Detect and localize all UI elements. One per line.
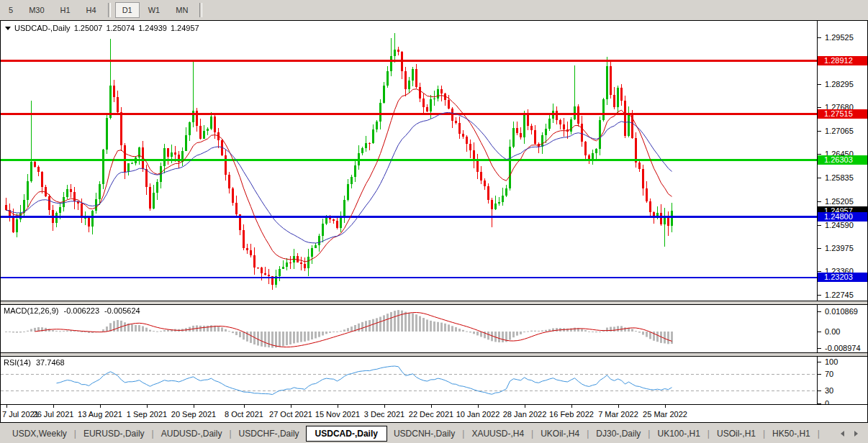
main-plot-area[interactable]: USDCAD-,Daily 1.25007 1.25074 1.24939 1.…	[1, 21, 817, 301]
date-tick-label: 20 Sep 2021	[171, 410, 216, 419]
tab-separator: |	[587, 429, 589, 439]
macd-axis[interactable]: 0.0108690.00-0.008974	[817, 305, 867, 352]
chart-tab-uk100-h1[interactable]: UK100-,H1	[651, 426, 706, 442]
rsi-tick-mark	[818, 391, 821, 391]
price-tick-mark	[818, 84, 821, 85]
macd-label: MACD(12,26,9) -0.006223 -0.005624	[4, 306, 143, 315]
chart-tab-eurusd-daily[interactable]: EURUSD-,Daily	[77, 426, 151, 442]
price-level-badge: 1.24800	[818, 212, 867, 221]
chart-tab-hk50-h1[interactable]: HK50-,H1	[766, 426, 817, 442]
price-tick-label: 1.24590	[825, 221, 854, 229]
price-tick-mark	[818, 201, 821, 202]
main-chart-panel: USDCAD-,Daily 1.25007 1.25074 1.24939 1.…	[1, 21, 867, 301]
macd-name: MACD(12,26,9)	[4, 306, 58, 315]
macd-tick-label: 0.00	[825, 327, 840, 336]
macd-panel: MACD(12,26,9) -0.006223 -0.005624 0.0108…	[1, 305, 867, 352]
chart-tab-usdcnh-daily[interactable]: USDCNH-,Daily	[387, 426, 461, 442]
rsi-tick-label: 0	[825, 399, 829, 404]
date-tick-label: 16 Feb 2022	[549, 410, 594, 419]
price-tick-mark	[818, 271, 821, 272]
tab-separator: |	[152, 429, 154, 439]
chart-tab-ukoil-h4[interactable]: UKOil-,H4	[534, 426, 586, 442]
ohlc-open: 1.25007	[74, 24, 103, 32]
date-tick-mark	[338, 405, 338, 408]
ohlc-close: 1.24957	[171, 24, 199, 32]
price-level-badge: 1.28912	[818, 56, 867, 65]
macd-plot-area[interactable]: MACD(12,26,9) -0.006223 -0.005624	[1, 305, 817, 352]
chart-menu-icon[interactable]	[5, 27, 11, 30]
rsi-tick-label: 70	[825, 370, 833, 378]
date-tick-mark	[53, 405, 54, 408]
timeframe-button-h4[interactable]: H4	[79, 2, 104, 18]
chart-tab-usoil-h1[interactable]: USOil-,H1	[710, 426, 762, 442]
price-tick-mark	[818, 37, 821, 38]
timeframe-button-m30[interactable]: M30	[22, 2, 51, 18]
price-level-badge: 1.26303	[818, 155, 867, 165]
macd-tick-label: -0.008974	[825, 344, 861, 352]
date-tick-mark	[525, 405, 525, 408]
date-tick-mark	[665, 405, 666, 408]
timeframe-button-5[interactable]: 5	[1, 2, 20, 18]
timeframe-button-mn[interactable]: MN	[168, 2, 195, 18]
date-tick-label: 13 Aug 2021	[78, 410, 122, 419]
date-tick-mark	[571, 405, 572, 408]
date-tick-label: 15 Nov 2021	[315, 410, 360, 419]
tab-separator: |	[818, 429, 820, 439]
date-tick-mark	[291, 405, 291, 408]
rsi-value: 37.7468	[36, 358, 65, 367]
date-tick-label: 25 Mar 2022	[643, 410, 687, 419]
tab-separator: |	[229, 429, 231, 439]
chart-symbol-period: USDCAD-,Daily	[14, 24, 71, 32]
price-tick-label: 1.25205	[825, 197, 854, 206]
chart-tab-usdcad-daily[interactable]: USDCAD-,Daily	[306, 426, 387, 442]
timeframe-button-w1[interactable]: W1	[141, 2, 168, 18]
timeframe-button-h1[interactable]: H1	[53, 2, 78, 18]
rsi-label: RSI(14) 37.7468	[4, 358, 68, 367]
macd-tick-mark	[818, 332, 821, 332]
date-tick-label: 28 Jan 2022	[503, 410, 547, 419]
price-axis[interactable]: 1.295251.282951.276801.270651.264501.258…	[817, 21, 867, 301]
rsi-tick-mark	[818, 374, 821, 375]
date-axis[interactable]: 7 Jul 202126 Jul 202113 Aug 20211 Sep 20…	[1, 404, 867, 422]
timeframe-toolbar: 5M30H1H4D1W1MN	[0, 0, 868, 20]
price-chart-canvas[interactable]	[1, 21, 817, 301]
chart-tab-dj30-daily[interactable]: DJ30-,Daily	[589, 426, 647, 442]
price-level-badge: 1.23203	[818, 273, 867, 282]
rsi-canvas[interactable]	[1, 357, 817, 404]
rsi-name: RSI(14)	[4, 358, 31, 367]
price-tick-mark	[818, 295, 821, 296]
date-tick-mark	[194, 405, 194, 408]
rsi-panel: RSI(14) 37.7468 10070300	[1, 357, 867, 404]
price-tick-mark	[818, 178, 821, 178]
tab-scroll-right-icon[interactable]	[854, 431, 858, 437]
price-level-badge: 1.27515	[818, 109, 867, 119]
macd-tick-mark	[818, 348, 821, 349]
chart-tab-usdx-weekly[interactable]: USDX,Weekly	[6, 426, 73, 442]
chart-tab-audusd-daily[interactable]: AUDUSD-,Daily	[155, 426, 229, 442]
tab-scroll-left-icon[interactable]	[841, 431, 844, 437]
macd-tick-mark	[818, 311, 821, 312]
macd-value: -0.006223	[63, 306, 99, 315]
date-tick-label: 10 Jan 2022	[456, 410, 500, 419]
date-tick-mark	[6, 405, 7, 408]
chart-window: USDCAD-,Daily 1.25007 1.25074 1.24939 1.…	[0, 20, 868, 423]
date-tick-mark	[431, 405, 432, 408]
date-tick-label: 7 Mar 2022	[598, 410, 638, 419]
tab-separator: |	[763, 429, 765, 439]
rsi-plot-area[interactable]: RSI(14) 37.7468	[1, 357, 817, 404]
price-tick-mark	[818, 154, 821, 155]
date-tick-label: 8 Oct 2021	[225, 410, 263, 419]
tab-separator: |	[462, 429, 464, 439]
tab-separator: |	[74, 429, 76, 439]
tab-separator: |	[531, 429, 533, 439]
rsi-tick-label: 100	[825, 357, 838, 366]
chart-title: USDCAD-,Daily 1.25007 1.25074 1.24939 1.…	[5, 24, 203, 32]
rsi-axis[interactable]: 10070300	[817, 357, 867, 404]
date-tick-mark	[478, 405, 479, 408]
date-tick-label: 3 Dec 2021	[364, 410, 404, 419]
chart-tab-usdchf-daily[interactable]: USDCHF-,Daily	[232, 426, 306, 442]
price-tick-label: 1.22745	[825, 291, 854, 299]
timeframe-button-d1[interactable]: D1	[115, 2, 140, 18]
chart-tab-xauusd-h4[interactable]: XAUUSD-,H4	[465, 426, 530, 442]
date-tick-mark	[244, 405, 245, 408]
